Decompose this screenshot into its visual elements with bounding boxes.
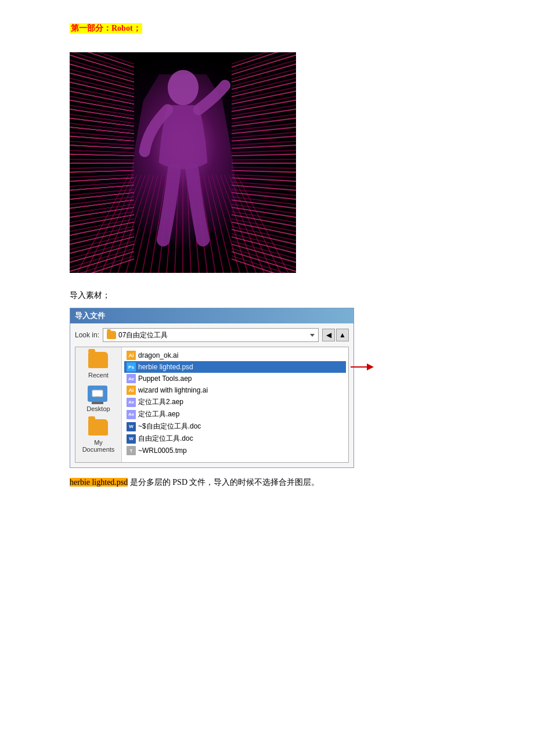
aep-icon-dingwei: Ae bbox=[127, 410, 136, 419]
ai-icon-dragon: Ai bbox=[127, 351, 136, 360]
red-arrow-annotation bbox=[351, 363, 374, 370]
file-item-dragon[interactable]: Ai dragon_ok.ai bbox=[124, 350, 346, 361]
aep-icon-puppet: Ae bbox=[127, 374, 136, 383]
look-in-label: Look in: bbox=[75, 331, 99, 339]
svg-point-0 bbox=[167, 70, 198, 105]
section-title: 第一部分：Robot； bbox=[70, 23, 464, 43]
sidebar-panel: Recent Desktop bbox=[75, 347, 122, 462]
doc-icon-temp: W bbox=[127, 422, 136, 431]
file-name-dingwei: 定位工具.aep bbox=[138, 409, 179, 419]
tmp-icon: T bbox=[127, 446, 136, 455]
look-in-row: Look in: 07自由定位工具 ◀ ▲ bbox=[75, 328, 349, 342]
file-name-puppet: Puppet Tools.aep bbox=[138, 375, 192, 383]
desktop-icon bbox=[88, 386, 107, 402]
file-item-doc[interactable]: W 自由定位工具.doc bbox=[124, 433, 346, 445]
file-list: Ai dragon_ok.ai Ps herbie lighted.psd Ae… bbox=[122, 347, 348, 462]
look-in-dropdown[interactable]: 07自由定位工具 bbox=[103, 328, 319, 342]
monitor-svg bbox=[92, 390, 103, 398]
sidebar-recent-label: Recent bbox=[88, 372, 109, 379]
sidebar-item-desktop[interactable]: Desktop bbox=[86, 386, 110, 412]
caption: herbie lighted.psd 是分多层的 PSD 文件，导入的时候不选择… bbox=[70, 477, 464, 488]
robot-figure bbox=[127, 63, 240, 262]
file-item-wizard[interactable]: Ai wizard with lightning.ai bbox=[124, 384, 346, 396]
file-item-puppet[interactable]: Ae Puppet Tools.aep bbox=[124, 373, 346, 384]
aep-icon-dingwei2: Ae bbox=[127, 398, 136, 407]
file-dialog: 导入文件 Look in: 07自由定位工具 ◀ ▲ bbox=[70, 308, 354, 468]
file-name-wizard: wizard with lightning.ai bbox=[138, 386, 208, 394]
desktop-icon-wrapper bbox=[88, 386, 109, 404]
dropdown-arrow-icon bbox=[310, 334, 315, 337]
sidebar-desktop-label: Desktop bbox=[86, 405, 110, 412]
file-name-herbie: herbie lighted.psd bbox=[138, 363, 193, 371]
nav-up-button[interactable]: ▲ bbox=[336, 329, 349, 341]
dialog-titlebar: 导入文件 bbox=[70, 308, 353, 323]
wing-left bbox=[70, 52, 134, 273]
folder-icon-small bbox=[107, 331, 116, 339]
caption-text: 是分多层的 PSD 文件，导入的时候不选择合并图层。 bbox=[128, 478, 319, 487]
dialog-content: Recent Desktop bbox=[75, 347, 349, 463]
nav-buttons: ◀ ▲ bbox=[322, 329, 349, 341]
file-name-dingwei2: 定位工具2.aep bbox=[138, 397, 183, 407]
import-label: 导入素材； bbox=[70, 290, 464, 301]
ai-icon-wizard: Ai bbox=[127, 386, 136, 395]
dialog-body: Look in: 07自由定位工具 ◀ ▲ Recent bbox=[70, 323, 353, 467]
file-item-dingwei2[interactable]: Ae 定位工具2.aep bbox=[124, 396, 346, 408]
file-item-herbie[interactable]: Ps herbie lighted.psd bbox=[124, 361, 346, 373]
file-name-tmp: ~WRL0005.tmp bbox=[138, 447, 187, 455]
file-name-dragon: dragon_ok.ai bbox=[138, 351, 178, 359]
nav-back-button[interactable]: ◀ bbox=[322, 329, 335, 341]
sidebar-item-recent[interactable]: Recent bbox=[88, 352, 109, 379]
psd-icon-herbie: Ps bbox=[127, 362, 136, 372]
hero-image-container bbox=[70, 52, 296, 273]
svg-rect-2 bbox=[96, 397, 99, 398]
mydocs-folder-icon bbox=[88, 419, 108, 435]
recent-icon bbox=[88, 352, 109, 370]
file-item-doc-temp[interactable]: W ~$自由定位工具.doc bbox=[124, 420, 346, 433]
wing-right bbox=[232, 52, 296, 273]
file-name-doc-temp: ~$自由定位工具.doc bbox=[138, 422, 201, 431]
hero-image bbox=[70, 52, 296, 273]
file-name-doc: 自由定位工具.doc bbox=[138, 434, 193, 444]
file-item-dingwei[interactable]: Ae 定位工具.aep bbox=[124, 408, 346, 420]
sidebar-mydocs-label: My Documents bbox=[78, 439, 119, 453]
caption-highlight: herbie lighted.psd bbox=[70, 478, 128, 487]
sidebar-item-mydocs[interactable]: My Documents bbox=[78, 419, 119, 453]
look-in-text: 07自由定位工具 bbox=[118, 330, 308, 340]
file-item-tmp[interactable]: T ~WRL0005.tmp bbox=[124, 445, 346, 456]
folder-large-icon bbox=[88, 352, 108, 368]
mydocs-icon-wrapper bbox=[88, 419, 109, 438]
svg-rect-1 bbox=[92, 390, 103, 397]
doc-icon: W bbox=[127, 434, 136, 444]
